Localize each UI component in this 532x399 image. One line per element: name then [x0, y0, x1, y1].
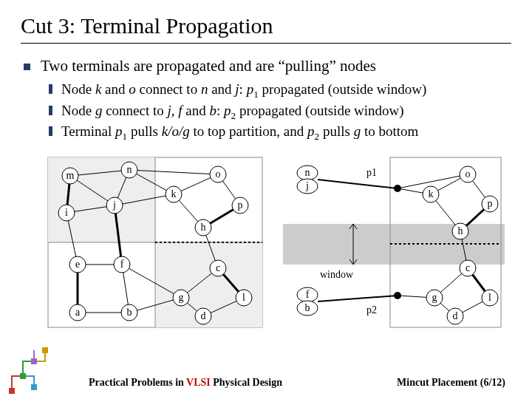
bullet-lvl2-text: Terminal p1 pulls k/o/g to top partition…	[61, 122, 418, 143]
slide-footer: Practical Problems in VLSI Physical Desi…	[0, 377, 532, 389]
svg-text:o: o	[216, 168, 221, 180]
svg-text:i: i	[65, 207, 68, 218]
corner-tree-icon	[4, 343, 56, 395]
svg-text:l: l	[488, 292, 491, 303]
svg-rect-118	[42, 347, 48, 353]
bullet-lvl2-text: Node k and o connect to n and j: p1 prop…	[61, 80, 426, 101]
svg-text:p: p	[488, 198, 493, 209]
slide-title: Cut 3: Terminal Propagation	[21, 13, 511, 44]
footer-right: Mincut Placement (6/12)	[397, 377, 505, 389]
bullet-lvl2: Terminal p1 pulls k/o/g to top partition…	[49, 122, 511, 143]
svg-text:h: h	[201, 222, 206, 233]
square-bullet-icon	[24, 64, 30, 70]
svg-rect-116	[31, 384, 37, 390]
svg-text:c: c	[466, 262, 470, 273]
bullet-lvl2: Node k and o connect to n and j: p1 prop…	[49, 80, 511, 101]
bullet-lvl2-text: Node g connect to j, f and b: p2 propaga…	[61, 101, 404, 123]
window-label: window	[320, 269, 354, 280]
svg-text:j: j	[112, 200, 116, 211]
svg-text:p: p	[238, 200, 243, 211]
bullet-lvl1-text: Two terminals are propagated and are “pu…	[41, 57, 376, 75]
svg-text:d: d	[453, 310, 458, 321]
p2-label: p2	[366, 304, 377, 316]
svg-text:m: m	[66, 170, 75, 181]
p1-label: p1	[366, 167, 377, 178]
svg-text:b: b	[127, 307, 132, 318]
svg-rect-115	[20, 373, 26, 379]
svg-text:k: k	[171, 188, 177, 200]
svg-text:l: l	[242, 292, 245, 303]
svg-text:a: a	[75, 307, 81, 318]
svg-text:j: j	[305, 180, 309, 191]
footer-left: Practical Problems in VLSI Physical Desi…	[89, 377, 282, 389]
svg-text:d: d	[201, 310, 206, 321]
svg-text:k: k	[429, 188, 434, 200]
svg-text:g: g	[179, 292, 184, 303]
svg-line-81	[318, 296, 398, 301]
svg-text:h: h	[458, 225, 463, 236]
svg-text:o: o	[466, 168, 471, 180]
svg-text:g: g	[432, 292, 437, 303]
bar-bullet-icon	[49, 84, 52, 94]
svg-text:f: f	[120, 259, 124, 270]
bar-bullet-icon	[49, 126, 52, 136]
svg-text:f: f	[306, 289, 310, 300]
figure-full-graph: mnoijkphefcabgdl	[44, 154, 266, 331]
slide-body: Two terminals are propagated and are “pu…	[21, 57, 511, 143]
svg-line-80	[318, 180, 398, 188]
svg-text:c: c	[216, 262, 220, 273]
figure-propagated: window njfb p1 p2	[279, 154, 508, 331]
svg-text:n: n	[305, 167, 310, 178]
svg-text:b: b	[305, 302, 310, 313]
svg-rect-117	[31, 358, 37, 364]
sub-bullet-list: Node k and o connect to n and j: p1 prop…	[24, 80, 511, 143]
bar-bullet-icon	[49, 106, 52, 115]
figure-row: mnoijkphefcabgdl window njfb	[21, 154, 511, 331]
bullet-lvl2: Node g connect to j, f and b: p2 propaga…	[49, 101, 511, 123]
bullet-lvl1: Two terminals are propagated and are “pu…	[24, 57, 511, 75]
svg-rect-114	[9, 388, 15, 394]
svg-text:n: n	[127, 164, 132, 175]
svg-text:e: e	[75, 259, 80, 270]
